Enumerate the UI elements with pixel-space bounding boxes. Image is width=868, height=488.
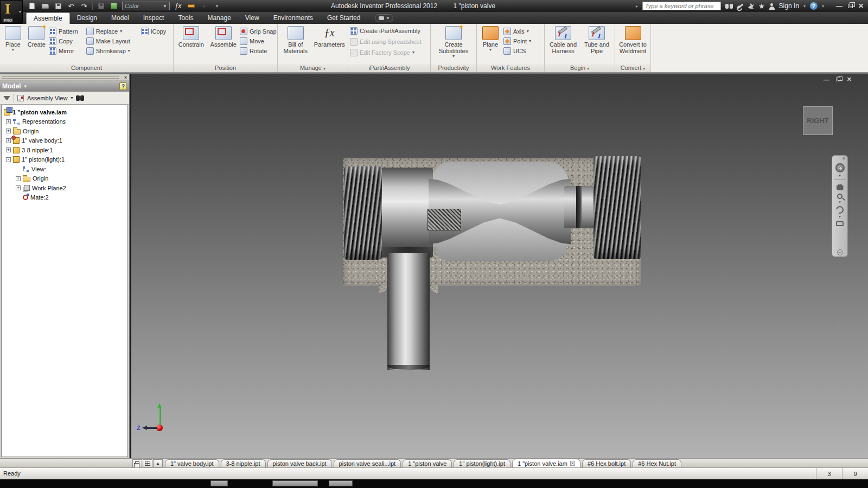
doc-close-button[interactable]: ✕ [847, 76, 852, 83]
bill-of-materials-button[interactable]: Bill of Materials [279, 25, 312, 64]
collapse-navbar-icon[interactable]: − [837, 249, 843, 255]
replace-button[interactable]: Replace▾ [86, 27, 140, 36]
orbit-icon[interactable] [834, 204, 845, 215]
find-binoculars-icon[interactable] [76, 95, 84, 101]
select-button[interactable] [109, 2, 119, 10]
search-button[interactable] [725, 4, 733, 9]
point-button[interactable]: Point▾ [503, 36, 541, 46]
tab-get-started[interactable]: Get Started [320, 12, 367, 24]
filter-funnel-icon[interactable] [3, 96, 10, 100]
customize-qat-button[interactable]: ▼ [212, 2, 222, 10]
tree-item-representations[interactable]: + Representations [2, 117, 127, 127]
view-cube-face[interactable]: RIGHT [808, 113, 828, 129]
search-input[interactable] [642, 2, 721, 10]
panel-label-convert[interactable]: Convert▾ [615, 64, 650, 72]
undo-button[interactable]: ↶ [66, 2, 76, 10]
chevron-down-icon[interactable]: ▾ [839, 200, 841, 204]
tile-windows-button[interactable] [143, 459, 152, 467]
panel-label-work-features[interactable]: Work Features [477, 64, 544, 72]
expand-toggle[interactable]: + [6, 129, 11, 133]
edit-spreadsheet-button[interactable]: Edit using Spreadsheet [350, 37, 429, 47]
icopy-button[interactable]: iCopy [141, 27, 171, 36]
browser-help-button[interactable]: ? [119, 82, 127, 90]
doc-tab-valve-seal[interactable]: piston valve seali...ipt [334, 459, 401, 467]
doc-tab-piston-valve[interactable]: 1 "piston valve [403, 459, 452, 467]
steering-wheel-icon[interactable] [835, 163, 845, 172]
panel-label-position[interactable]: Position [174, 64, 277, 72]
taskbar-item[interactable] [210, 480, 228, 486]
parameters-quick-button[interactable]: ƒx [173, 2, 183, 10]
restore-button[interactable] [848, 4, 853, 8]
expand-toggle[interactable]: + [6, 138, 11, 143]
panel-label-manage[interactable]: Manage▾ [278, 64, 348, 72]
assemble-button[interactable]: Assemble [208, 25, 239, 64]
ribbon-appearance-toggle[interactable]: ▼ [375, 14, 393, 22]
doc-tab-piston-valve-iam[interactable]: 1 "piston valve.iam ✕ [512, 459, 580, 467]
copy-button[interactable]: Copy [49, 36, 85, 46]
update-button[interactable] [96, 2, 106, 10]
expand-toggle[interactable]: + [6, 147, 11, 152]
close-icon[interactable]: ✕ [842, 157, 846, 161]
add-tool-button[interactable]: + [199, 2, 209, 10]
tree-item-piston[interactable]: - 1" piston(light):1 [2, 155, 127, 165]
grip-snap-button[interactable]: Grip Snap [240, 27, 276, 36]
panel-label-begin[interactable]: Begin▾ [545, 64, 615, 72]
sign-in-dropdown-arrow[interactable]: ▾ [803, 4, 806, 9]
doc-minimize-button[interactable]: — [824, 76, 829, 83]
doc-tab-hex-nut[interactable]: #6 Hex Nut.ipt [633, 459, 681, 467]
create-ipart-button[interactable]: Create iPart/iAssembly [350, 26, 429, 36]
rotate-button[interactable]: Rotate [240, 46, 276, 56]
close-icon[interactable]: ✕ [570, 461, 575, 466]
tab-inspect[interactable]: Inspect [136, 12, 171, 24]
tab-model[interactable]: Model [104, 12, 136, 24]
cable-harness-button[interactable]: Cable and Harness [546, 25, 580, 64]
move-button[interactable]: Move [240, 36, 276, 46]
make-layout-button[interactable]: Make Layout [86, 36, 140, 46]
taskbar-item[interactable] [329, 480, 353, 486]
minimize-button[interactable]: — [836, 2, 843, 10]
place-button[interactable]: Place ▾ [2, 25, 24, 64]
expand-toggle[interactable]: + [16, 185, 21, 190]
tab-tools[interactable]: Tools [171, 12, 200, 24]
tab-view[interactable]: View [238, 12, 266, 24]
chevron-down-icon[interactable]: ▾ [839, 174, 841, 178]
doc-tab-piston-light[interactable]: 1" piston(light).ipt [454, 459, 510, 467]
communication-center-button[interactable] [748, 3, 754, 9]
taskbar-item[interactable] [272, 480, 318, 486]
parameters-button[interactable]: ƒx Parameters [313, 25, 346, 64]
tab-assemble[interactable]: Assemble [26, 12, 70, 24]
application-menu-button[interactable]: I PRO ▾ [0, 0, 23, 24]
tree-item-root[interactable]: 1 "piston valve.iam [2, 107, 127, 117]
axis-button[interactable]: Axis▾ [503, 27, 541, 36]
close-button[interactable]: ✕ [858, 2, 864, 10]
measure-button[interactable] [186, 2, 196, 10]
favorites-button[interactable]: ★ [758, 2, 765, 10]
panel-label-productivity[interactable]: Productivity [431, 64, 476, 72]
tree-item-piston-origin[interactable]: + Origin [2, 174, 127, 184]
view-cube[interactable]: RIGHT [803, 106, 833, 135]
doc-tab-valve-body[interactable]: 1" valve body.ipt [165, 459, 219, 467]
pattern-button[interactable]: Pattern [49, 27, 85, 36]
expand-toggle[interactable]: + [6, 119, 11, 124]
tab-manage[interactable]: Manage [200, 12, 238, 24]
viewport-3d[interactable]: — ✕ RIGHT ✕ ▾ ▾ ▾ [131, 74, 868, 458]
chevron-down-icon[interactable]: ▾ [839, 215, 841, 219]
tree-item-mate[interactable]: Mate:2 [2, 193, 127, 203]
tree-item-nipple[interactable]: + 3-8 nipple:1 [2, 145, 127, 155]
expand-toggle[interactable]: + [16, 176, 21, 181]
tree-item-work-plane[interactable]: + Work Plane2 [2, 183, 127, 193]
create-button[interactable]: Create [25, 25, 48, 64]
expand-tabs-button[interactable]: ▲ [153, 459, 163, 467]
infocenter-collapse-arrow[interactable]: ▸ [636, 4, 638, 9]
sign-in-label[interactable]: Sign In [779, 2, 799, 10]
help-button[interactable]: ? [810, 2, 818, 10]
sign-in-button[interactable] [769, 3, 775, 10]
doc-tab-valve-back[interactable]: piston valve back.ipt [267, 459, 332, 467]
tree-item-origin[interactable]: + Origin [2, 126, 127, 136]
shrinkwrap-button[interactable]: Shrinkwrap▾ [86, 46, 140, 56]
save-button[interactable] [53, 2, 63, 10]
pan-hand-icon[interactable] [837, 184, 844, 190]
doc-restore-button[interactable] [836, 78, 840, 81]
close-icon[interactable]: x [124, 74, 127, 80]
redo-button[interactable]: ↷ [79, 2, 89, 10]
